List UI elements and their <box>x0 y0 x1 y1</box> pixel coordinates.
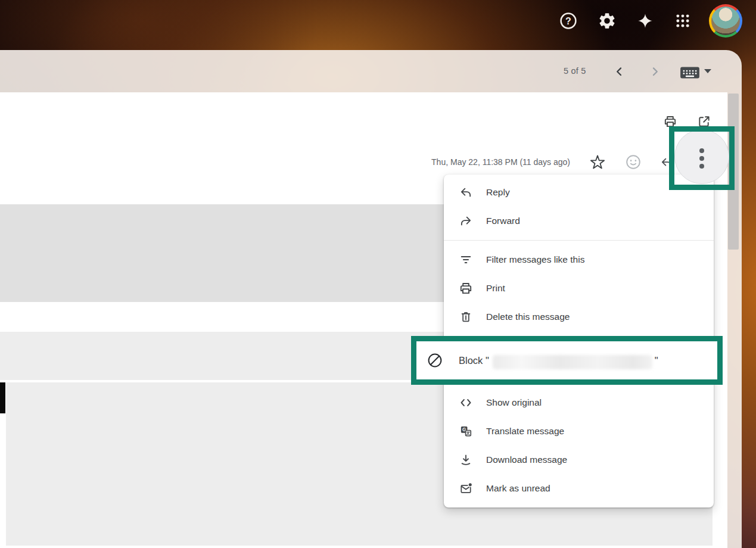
reply-icon <box>459 185 473 200</box>
mark-unread-icon <box>459 481 473 496</box>
menu-item-label: Mark as unread <box>486 483 550 494</box>
block-label-prefix: Block " <box>459 355 489 366</box>
svg-text:?: ? <box>565 16 571 26</box>
redaction-black-bar <box>0 382 5 413</box>
star-icon[interactable] <box>590 154 605 170</box>
filter-icon <box>459 253 473 267</box>
block-label-suffix: " <box>655 355 658 366</box>
account-avatar[interactable] <box>709 4 742 38</box>
menu-item-label: Translate message <box>486 426 564 437</box>
settings-icon[interactable] <box>598 11 617 30</box>
newer-message-button[interactable] <box>609 61 630 82</box>
menu-item-label: Show original <box>486 397 542 408</box>
menu-item-print[interactable]: Print <box>444 274 714 303</box>
translate-icon: G <box>459 424 473 438</box>
help-icon[interactable]: ? <box>559 11 578 30</box>
print-icon <box>459 281 473 295</box>
input-tools-keyboard-icon[interactable] <box>679 65 701 80</box>
trash-icon <box>459 310 473 324</box>
gemini-sparkle-icon[interactable] <box>636 12 654 30</box>
apps-grid-icon[interactable] <box>674 13 691 29</box>
menu-item-translate[interactable]: GTranslate message <box>444 417 714 446</box>
menu-item-download[interactable]: Download message <box>444 446 714 474</box>
message-timestamp: Thu, May 22, 11:38 PM (11 days ago) <box>391 157 570 167</box>
menu-item-show-original[interactable]: Show original <box>444 388 714 417</box>
menu-item-mark-unread[interactable]: Mark as unread <box>444 474 714 503</box>
block-icon <box>427 352 443 369</box>
menu-item-label: Forward <box>486 216 520 226</box>
annotation-box-more-button <box>669 126 735 190</box>
menu-item-filter[interactable]: Filter messages like this <box>444 245 714 274</box>
pagination-counter: 5 of 5 <box>564 50 586 92</box>
menu-divider <box>444 240 714 241</box>
annotation-box-block-item[interactable]: Block "" <box>411 336 723 385</box>
emoji-reaction-icon[interactable] <box>626 154 641 170</box>
menu-item-label: Reply <box>486 187 510 198</box>
menu-item-forward[interactable]: Forward <box>444 207 714 235</box>
message-toolbar: 5 of 5 <box>0 50 742 92</box>
download-icon <box>459 453 473 467</box>
menu-item-label: Download message <box>486 454 567 465</box>
redacted-sender-name <box>493 355 652 369</box>
menu-item-label: Filter messages like this <box>486 254 584 265</box>
menu-item-delete[interactable]: Delete this message <box>444 303 714 331</box>
input-tools-dropdown-arrow[interactable] <box>704 69 711 73</box>
avatar-photo <box>711 7 740 35</box>
menu-item-label: Delete this message <box>486 312 570 322</box>
gmail-screenshot: ? 5 of 5 Thu, May 22, 11:38 PM (11 days … <box>0 0 756 548</box>
menu-item-label: Print <box>486 283 505 294</box>
forward-icon <box>459 214 473 228</box>
older-message-button[interactable] <box>645 61 665 82</box>
code-icon <box>459 396 473 410</box>
